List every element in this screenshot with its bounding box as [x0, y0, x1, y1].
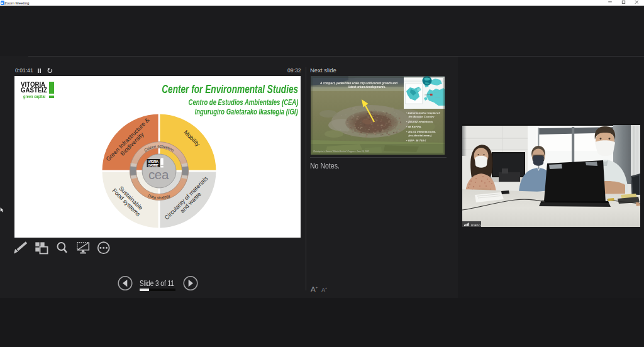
svg-text:• 101.51 inhabitants/ha.: • 101.51 inhabitants/ha. [406, 130, 436, 133]
svg-text:mano: mano [471, 223, 481, 227]
svg-text:A compact, pedestrian scale ci: A compact, pedestrian scale city until r… [319, 82, 397, 85]
svg-text:• Administrative Capital of: • Administrative Capital of [406, 111, 440, 114]
svg-text:latest urban developments.: latest urban developments. [348, 85, 386, 89]
svg-text:the Basque Country: the Basque Country [409, 115, 435, 118]
svg-text:• GDP: 36 768 €: • GDP: 36 768 € [406, 139, 426, 142]
svg-text:• 48 Km²/ha.: • 48 Km²/ha. [406, 125, 421, 128]
svg-text:• 255,042 inhabitants: • 255,042 inhabitants [406, 120, 433, 123]
svg-text:cea: cea [148, 167, 169, 181]
svg-text:(residential areas): (residential areas) [409, 134, 432, 137]
